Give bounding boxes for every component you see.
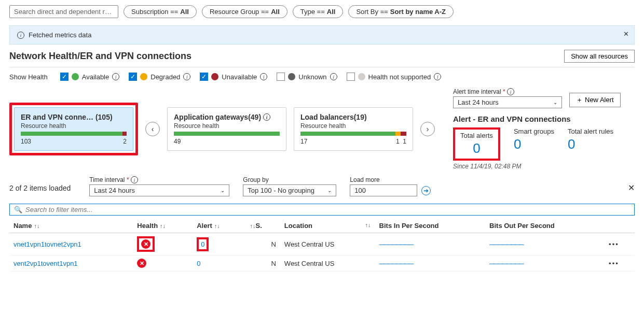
col-bits-out[interactable]: Bits Out Per Second bbox=[485, 219, 605, 233]
go-button[interactable]: ➜ bbox=[421, 186, 431, 195]
count-unavailable: 2 bbox=[123, 138, 127, 145]
filter-resource-group[interactable]: Resource Group == All bbox=[202, 5, 287, 18]
filter-label: Type == bbox=[300, 8, 325, 16]
select-value: Last 24 hours bbox=[94, 187, 135, 194]
search-icon: 🔍 bbox=[14, 206, 22, 213]
col-name[interactable]: Name↑↓ bbox=[9, 219, 133, 233]
sort-icon: ↑↓ bbox=[365, 222, 371, 228]
status-dot-icon bbox=[211, 73, 218, 80]
close-icon[interactable]: ✕ bbox=[628, 183, 635, 193]
checkbox-icon bbox=[277, 73, 285, 81]
search-input[interactable]: Search direct and dependent reso… bbox=[9, 5, 118, 18]
info-icon[interactable]: i bbox=[434, 73, 441, 80]
alert-interval-select[interactable]: Last 24 hours⌄ bbox=[453, 96, 562, 108]
prev-card-button[interactable]: ‹ bbox=[145, 122, 160, 136]
health-bar bbox=[300, 132, 406, 136]
load-more-input[interactable]: 100 bbox=[350, 184, 417, 196]
table-row: vent2vp1tovent1vpn1 ✕ 0 N West Central U… bbox=[9, 255, 635, 272]
sparkline-bits-out: ──────── bbox=[489, 260, 524, 267]
page-title: Network Health/ER and VPN connections bbox=[9, 51, 191, 62]
info-icon[interactable]: i bbox=[131, 176, 138, 183]
col-health[interactable]: Health↑↓ bbox=[133, 219, 193, 233]
sort-icon: ↑↓ bbox=[34, 223, 39, 229]
new-alert-button[interactable]: ＋New Alert bbox=[569, 93, 621, 107]
next-card-button[interactable]: › bbox=[420, 122, 435, 136]
card-app-gateways[interactable]: Application gateways(49) i Resource heal… bbox=[167, 107, 286, 151]
highlight-total-alerts: Total alerts 0 bbox=[453, 127, 500, 161]
alert-link[interactable]: 0 bbox=[201, 240, 204, 248]
filter-sort-by[interactable]: Sort By == Sort by name A-Z bbox=[348, 5, 454, 18]
items-loaded-text: 2 of 2 items loaded bbox=[9, 184, 71, 192]
show-health-label: Show Health bbox=[9, 73, 48, 81]
cards-row: ER and VPN conne… (105) Resource health … bbox=[9, 88, 635, 170]
sparkline-bits-in: ──────── bbox=[379, 240, 414, 248]
chk-unavailable[interactable]: ✓ Unavailable i bbox=[200, 73, 267, 81]
chk-available[interactable]: ✓ Available i bbox=[60, 73, 120, 81]
alerts-section-title: Alert - ER and VPN connections bbox=[453, 115, 635, 123]
metric-value[interactable]: 0 bbox=[568, 136, 613, 152]
load-more-field: Load more 100 ➜ bbox=[350, 176, 431, 196]
filter-subscription[interactable]: Subscription == All bbox=[124, 5, 197, 18]
chk-label: Unavailable bbox=[222, 73, 257, 81]
show-health-row: Show Health ✓ Available i ✓ Degraded i ✓… bbox=[9, 73, 635, 81]
col-actions bbox=[605, 219, 635, 233]
time-interval-select[interactable]: Last 24 hours⌄ bbox=[89, 184, 229, 196]
col-alert[interactable]: Alert↑↓ bbox=[193, 219, 243, 233]
info-icon[interactable]: i bbox=[263, 113, 270, 121]
field-label: Alert time interval bbox=[453, 88, 501, 95]
filter-input[interactable] bbox=[25, 206, 630, 213]
filter-type[interactable]: Type == All bbox=[293, 5, 344, 18]
info-banner-text: Fetched metrics data bbox=[29, 31, 91, 39]
cell-location: West Central US bbox=[280, 255, 375, 272]
chk-not-supported[interactable]: Health not supported i bbox=[347, 73, 442, 81]
info-icon[interactable]: i bbox=[330, 73, 337, 80]
info-icon[interactable]: i bbox=[112, 73, 119, 80]
info-icon[interactable]: i bbox=[507, 88, 514, 95]
info-icon[interactable]: i bbox=[183, 73, 190, 80]
highlight-alert: 0 bbox=[197, 237, 209, 251]
error-icon: ✕ bbox=[137, 259, 146, 268]
card-load-balancers[interactable]: Load balancers(19) Resource health 171 1 bbox=[294, 107, 413, 151]
chk-label: Degraded bbox=[150, 73, 180, 81]
resource-link[interactable]: vent2vp1tovent1vpn1 bbox=[13, 260, 78, 267]
total-alerts-col: Total alerts 0 bbox=[453, 127, 500, 161]
sort-icon: ↑↓ bbox=[214, 223, 220, 229]
metric-label: Smart groups bbox=[514, 127, 554, 135]
select-value: Top 100 - No grouping bbox=[248, 187, 314, 194]
row-actions-button[interactable]: ••• bbox=[609, 260, 619, 267]
filter-label: Subscription == bbox=[131, 8, 178, 16]
separator bbox=[9, 67, 635, 67]
filter-value: All bbox=[180, 8, 189, 16]
cell-location: West Central US bbox=[280, 233, 375, 255]
group-by-field: Group by Top 100 - No grouping⌄ bbox=[243, 176, 336, 196]
toolbar: Search direct and dependent reso… Subscr… bbox=[9, 5, 635, 18]
card-er-vpn[interactable]: ER and VPN conne… (105) Resource health … bbox=[14, 107, 133, 151]
close-icon[interactable]: ✕ bbox=[623, 30, 629, 38]
checkbox-icon: ✓ bbox=[129, 73, 137, 81]
metric-value[interactable]: 0 bbox=[514, 136, 554, 152]
count-unavailable: 1 bbox=[403, 138, 406, 145]
info-icon[interactable]: i bbox=[260, 73, 267, 80]
plus-icon: ＋ bbox=[576, 96, 583, 104]
filter-row[interactable]: 🔍 bbox=[9, 204, 635, 216]
row-actions-button[interactable]: ••• bbox=[609, 240, 619, 248]
group-by-select[interactable]: Top 100 - No grouping⌄ bbox=[243, 184, 336, 196]
show-all-resources-button[interactable]: Show all resources bbox=[564, 50, 635, 63]
bar-available bbox=[174, 132, 280, 136]
checkbox-icon: ✓ bbox=[60, 73, 68, 81]
col-bits-in[interactable]: Bits In Per Second bbox=[375, 219, 485, 233]
col-s[interactable]: ↑↓S. bbox=[244, 219, 280, 233]
alert-link[interactable]: 0 bbox=[197, 260, 200, 267]
status-dot-icon bbox=[140, 73, 147, 80]
chk-degraded[interactable]: ✓ Degraded i bbox=[129, 73, 190, 81]
metric-value[interactable]: 0 bbox=[473, 140, 480, 156]
status-dot-icon bbox=[358, 73, 365, 80]
button-label: New Alert bbox=[585, 96, 614, 104]
col-location[interactable]: Location↑↓ bbox=[280, 219, 375, 233]
chk-unknown[interactable]: Unknown i bbox=[277, 73, 337, 81]
health-bar bbox=[21, 132, 127, 136]
resource-link[interactable]: vnet1vpn1tovnet2vpn1 bbox=[13, 240, 81, 248]
card-title: Application gateways(49) bbox=[174, 113, 261, 121]
info-icon: i bbox=[17, 32, 24, 39]
sort-icon: ↑↓ bbox=[160, 223, 166, 229]
